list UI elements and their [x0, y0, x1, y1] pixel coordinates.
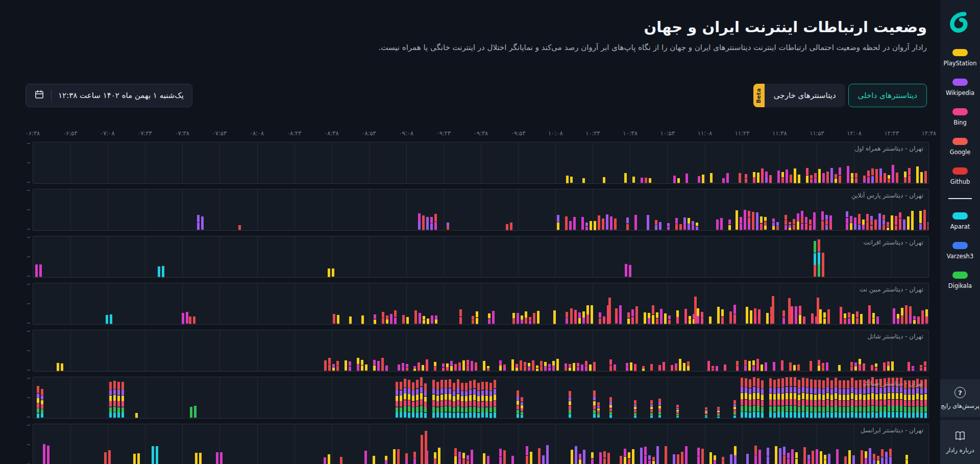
status-bars-canvas — [33, 377, 928, 418]
datetime-label: یک‌شنبه ۱ بهمن ماه ۱۴۰۲ ساعت ۱۲:۳۸ — [58, 91, 184, 100]
beta-badge: Beta — [753, 84, 765, 107]
status-bars-canvas — [33, 283, 928, 324]
y-tick — [27, 331, 30, 332]
chart-row: تهران - دیتاسنتر افرانت — [26, 236, 929, 278]
calendar-icon — [34, 89, 44, 102]
datacenter-panel: تهران - دیتاسنتر پارس آنلاین — [33, 189, 929, 231]
status-bars-canvas — [33, 142, 928, 183]
y-tick — [27, 209, 30, 210]
time-tick-label: ۰۷:۵۳ — [212, 130, 227, 137]
y-tick — [27, 182, 30, 183]
chart-row: تهران - دیتاسنتر مبین نت — [26, 283, 929, 325]
y-tick — [27, 323, 30, 324]
datacenter-panel: تهران - دیتاسنتر ایرانسل — [33, 424, 929, 464]
y-tick — [27, 256, 30, 257]
time-tick-label: ۰۹:۵۳ — [511, 130, 526, 137]
datetime-picker-button[interactable]: یک‌شنبه ۱ بهمن ماه ۱۴۰۲ ساعت ۱۲:۳۸ — [26, 84, 192, 107]
legend-item-playstation[interactable]: PlayStation — [944, 49, 977, 67]
time-tick-label: ۰۷:۰۸ — [100, 130, 115, 137]
y-tick — [27, 444, 30, 445]
google-status-dot — [952, 138, 968, 145]
legend-label: Wikipedia — [946, 89, 974, 96]
legend-item-github[interactable]: Github — [950, 167, 970, 185]
time-tick-label: ۰۹:۰۸ — [399, 130, 413, 137]
time-tick-label: ۰۸:۳۸ — [324, 130, 339, 137]
datacenter-label: تهران - دیتاسنتر پارس آنلاین — [851, 192, 923, 199]
chart-rows: تهران - دیتاسنتر همراه اولتهران - دیتاسن… — [26, 142, 929, 464]
status-bars-canvas — [33, 189, 928, 230]
y-tick — [27, 425, 30, 426]
datacenter-label: تهران - دیتاسنتر افرانت — [864, 239, 923, 246]
faq-link[interactable]: ? پرسش‌های رایج — [940, 379, 980, 417]
chart-row: تهران - دیتاسنتر پارس آنلاین — [26, 189, 929, 231]
status-bars-canvas — [33, 330, 928, 371]
legend-label: PlayStation — [944, 60, 977, 67]
time-tick-label: ۰۸:۵۳ — [361, 130, 376, 137]
about-label: درباره رادار — [946, 447, 974, 454]
y-axis-ticks — [26, 330, 33, 372]
aparat-status-dot — [952, 212, 968, 219]
datacenter-panel: تهران - دیتاسنتر همراه اول — [33, 142, 929, 184]
y-axis-ticks — [26, 424, 33, 464]
y-tick — [27, 143, 30, 144]
y-tick — [27, 190, 30, 191]
legend-item-aparat[interactable]: Aparat — [950, 212, 970, 230]
time-tick-label: ۰۸:۰۸ — [250, 130, 264, 137]
chart-row: تهران - دیتاسنتر آسیاتک — [26, 377, 929, 419]
y-tick — [27, 370, 30, 371]
chart-row: تهران - دیتاسنتر شاتل — [26, 330, 929, 372]
time-tick-label: ۱۰:۵۳ — [660, 130, 675, 137]
chart-row: تهران - دیتاسنتر ایرانسل — [26, 424, 929, 464]
time-tick-label: ۱۲:۰۸ — [847, 130, 862, 137]
time-tick-label: ۱۱:۰۸ — [698, 130, 713, 137]
legend-item-google[interactable]: Google — [950, 138, 971, 156]
datebox-divider — [51, 90, 52, 101]
legend-label: Digikala — [948, 282, 972, 289]
sidebar-bottom-links: ? پرسش‌های رایج درباره رادار — [940, 379, 980, 464]
question-circle-icon: ? — [954, 387, 966, 398]
wikipedia-status-dot — [952, 79, 968, 86]
datacenter-panel: تهران - دیتاسنتر آسیاتک — [33, 377, 929, 419]
y-tick — [27, 284, 30, 285]
datacenter-panel: تهران - دیتاسنتر افرانت — [33, 236, 929, 278]
y-axis-ticks — [26, 236, 33, 278]
legend-item-wikipedia[interactable]: Wikipedia — [946, 79, 974, 96]
time-tick-label: ۱۰:۳۸ — [623, 130, 638, 137]
status-bars-canvas — [33, 424, 928, 464]
tab-internal-datacenters[interactable]: دیتاسنترهای داخلی — [848, 84, 927, 107]
main-content: وضعیت ارتباطات اینترنت ایران و جهان رادا… — [0, 0, 940, 464]
arvan-logo[interactable] — [948, 10, 972, 36]
digikala-status-dot — [952, 272, 968, 279]
datacenter-label: تهران - دیتاسنتر ایرانسل — [861, 427, 923, 434]
tab-external-datacenters[interactable]: دیتاسنترهای خارجی — [765, 84, 845, 107]
time-tick-label: ۰۶:۳۸ — [26, 130, 40, 137]
legend-label: Aparat — [950, 223, 970, 230]
page-title: وضعیت ارتباطات اینترنت ایران و جهان — [13, 18, 927, 36]
page-subtitle: رادار آروان در لحظه وضعیت احتمالی ارتباط… — [13, 43, 927, 52]
time-tick-label: ۰۹:۲۳ — [436, 130, 451, 137]
varzesh3-status-dot — [952, 242, 968, 249]
github-status-dot — [952, 167, 968, 175]
controls-row: دیتاسنترهای داخلی Beta دیتاسنترهای خارجی… — [0, 84, 940, 107]
tab-external-wrap: Beta دیتاسنترهای خارجی — [753, 84, 845, 107]
legend-item-bing[interactable]: Bing — [952, 108, 968, 126]
time-tick-label: ۱۱:۳۸ — [772, 130, 787, 137]
status-bars-canvas — [33, 236, 928, 277]
y-tick — [27, 276, 30, 277]
about-link[interactable]: درباره رادار — [940, 420, 980, 464]
time-tick-label: ۱۲:۳۸ — [922, 130, 937, 137]
y-tick — [27, 237, 30, 238]
datacenter-label: تهران - دیتاسنتر مبین نت — [860, 286, 923, 293]
sidebar: PlayStationWikipediaBingGoogleGithubApar… — [940, 0, 980, 464]
time-axis: ۰۶:۳۸۰۶:۵۳۰۷:۰۸۰۷:۲۳۰۷:۳۸۰۷:۵۳۰۸:۰۸۰۸:۲۳… — [33, 130, 929, 138]
legend-label: Varzesh3 — [947, 253, 973, 260]
datacenter-label: تهران - دیتاسنتر شاتل — [868, 333, 923, 340]
y-tick — [27, 378, 30, 379]
time-tick-label: ۱۱:۲۳ — [735, 130, 750, 137]
legend-item-digikala[interactable]: Digikala — [948, 272, 972, 289]
time-tick-label: ۰۸:۲۳ — [287, 130, 302, 137]
legend-item-varzesh3[interactable]: Varzesh3 — [947, 242, 973, 260]
time-tick-label: ۱۱:۵۳ — [810, 130, 824, 137]
time-tick-label: ۱۲:۲۳ — [885, 130, 899, 137]
status-chart: ۰۶:۳۸۰۶:۵۳۰۷:۰۸۰۷:۲۳۰۷:۳۸۰۷:۵۳۰۸:۰۸۰۸:۲۳… — [26, 130, 929, 464]
